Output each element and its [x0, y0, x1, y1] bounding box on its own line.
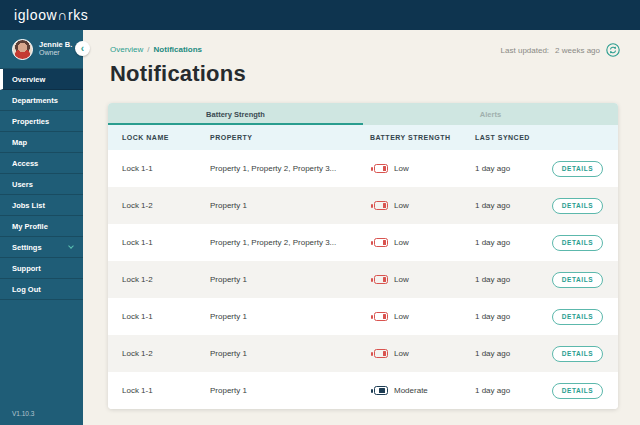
profile-section: Jennie B. Owner ‹ [0, 30, 83, 69]
last-synced: 1 day ago [475, 386, 552, 395]
sidebar-item-label: Access [12, 159, 38, 168]
table-row: Lock 1-1 Property 1, Property 2, Propert… [108, 150, 618, 187]
battery-low-icon [374, 349, 388, 358]
sidebar-item-access[interactable]: Access [0, 153, 83, 174]
sidebar-item-settings[interactable]: Settings [0, 237, 83, 258]
user-role: Owner [39, 49, 72, 58]
sidebar-item-my-profile[interactable]: My Profile [0, 216, 83, 237]
table-row: Lock 1-1 Property 1 Moderate 1 day ago D… [108, 372, 618, 409]
topbar: igloow∩rks [0, 0, 640, 30]
battery-cell: Low [370, 312, 475, 321]
last-synced: 1 day ago [475, 164, 552, 173]
lock-name: Lock 1-1 [122, 312, 210, 321]
sidebar-item-log-out[interactable]: Log Out [0, 279, 83, 300]
sidebar-item-label: Support [12, 264, 41, 273]
breadcrumb-current: Notifications [154, 45, 202, 54]
sidebar-item-label: My Profile [12, 222, 48, 231]
avatar [12, 39, 33, 60]
details-button[interactable]: DETAILS [552, 272, 603, 288]
battery-label: Low [394, 312, 409, 321]
user-name: Jennie B. [39, 40, 72, 49]
table-header: LOCK NAME PROPERTY BATTERY STRENGTH LAST… [108, 125, 618, 150]
lock-name: Lock 1-2 [122, 201, 210, 210]
last-synced: 1 day ago [475, 312, 552, 321]
battery-label: Low [394, 164, 409, 173]
sidebar-item-overview[interactable]: Overview [0, 69, 83, 90]
battery-cell: Low [370, 238, 475, 247]
profile-info: Jennie B. Owner [39, 40, 72, 58]
tab-bar: Battery Strength Alerts [108, 103, 618, 125]
battery-cell: Low [370, 349, 475, 358]
lock-name: Lock 1-1 [122, 164, 210, 173]
lock-name: Lock 1-2 [122, 349, 210, 358]
property: Property 1 [210, 349, 370, 358]
details-button[interactable]: DETAILS [552, 235, 603, 251]
last-updated: Last updated: 2 weeks ago [501, 43, 620, 57]
lock-name: Lock 1-2 [122, 275, 210, 284]
details-button[interactable]: DETAILS [552, 198, 603, 214]
notifications-card: Battery Strength Alerts LOCK NAME PROPER… [108, 103, 618, 409]
property: Property 1 [210, 312, 370, 321]
battery-label: Low [394, 275, 409, 284]
sidebar: Jennie B. Owner ‹ Overview Departments P… [0, 30, 83, 425]
details-button[interactable]: DETAILS [552, 383, 603, 399]
battery-low-icon [374, 275, 388, 284]
column-header-lock-name: LOCK NAME [122, 134, 210, 141]
sidebar-item-support[interactable]: Support [0, 258, 83, 279]
tab-label: Alerts [480, 110, 501, 119]
details-button[interactable]: DETAILS [552, 309, 603, 325]
lock-name: Lock 1-1 [122, 386, 210, 395]
chevron-down-icon [68, 243, 74, 249]
battery-low-icon [374, 164, 388, 173]
lock-name: Lock 1-1 [122, 238, 210, 247]
sidebar-collapse-button[interactable]: ‹ [75, 41, 90, 56]
sidebar-item-label: Users [12, 180, 33, 189]
main-content: Overview / Notifications Last updated: 2… [83, 30, 640, 425]
app-screen: igloow∩rks Jennie B. Owner ‹ Overview De… [0, 0, 640, 425]
details-button[interactable]: DETAILS [552, 346, 603, 362]
brand-logo: igloow∩rks [14, 7, 88, 23]
details-button[interactable]: DETAILS [552, 161, 603, 177]
battery-low-icon [374, 201, 388, 210]
sidebar-item-jobs-list[interactable]: Jobs List [0, 195, 83, 216]
table-row: Lock 1-1 Property 1, Property 2, Propert… [108, 224, 618, 261]
sidebar-item-label: Map [12, 138, 27, 147]
sidebar-item-label: Settings [12, 243, 42, 252]
sidebar-item-properties[interactable]: Properties [0, 111, 83, 132]
last-synced: 1 day ago [475, 238, 552, 247]
last-updated-label: Last updated: [501, 46, 549, 55]
sidebar-item-departments[interactable]: Departments [0, 90, 83, 111]
battery-moderate-icon [374, 386, 388, 395]
column-header-property: PROPERTY [210, 134, 370, 141]
battery-label: Moderate [394, 386, 428, 395]
battery-low-icon [374, 238, 388, 247]
table-row: Lock 1-1 Property 1 Low 1 day ago DETAIL… [108, 298, 618, 335]
sidebar-item-label: Log Out [12, 285, 41, 294]
refresh-icon[interactable] [606, 43, 620, 57]
sidebar-item-label: Properties [12, 117, 49, 126]
battery-cell: Low [370, 275, 475, 284]
last-synced: 1 day ago [475, 349, 552, 358]
battery-label: Low [394, 201, 409, 210]
battery-cell: Moderate [370, 386, 475, 395]
battery-label: Low [394, 349, 409, 358]
column-header-last-synced: LAST SYNCED [475, 134, 552, 141]
last-updated-value: 2 weeks ago [555, 46, 600, 55]
sidebar-item-map[interactable]: Map [0, 132, 83, 153]
battery-low-icon [374, 312, 388, 321]
column-header-battery-strength: BATTERY STRENGTH [370, 134, 475, 141]
table-row: Lock 1-2 Property 1 Low 1 day ago DETAIL… [108, 261, 618, 298]
property: Property 1 [210, 386, 370, 395]
sidebar-item-users[interactable]: Users [0, 174, 83, 195]
tab-alerts[interactable]: Alerts [363, 103, 618, 125]
property: Property 1, Property 2, Property 3... [210, 164, 370, 173]
breadcrumb-overview-link[interactable]: Overview [110, 45, 143, 54]
sidebar-item-label: Overview [12, 75, 45, 84]
tab-label: Battery Strength [206, 110, 265, 119]
sidebar-item-label: Jobs List [12, 201, 45, 210]
property: Property 1 [210, 201, 370, 210]
last-synced: 1 day ago [475, 275, 552, 284]
last-synced: 1 day ago [475, 201, 552, 210]
tab-battery-strength[interactable]: Battery Strength [108, 103, 363, 125]
breadcrumb: Overview / Notifications [110, 45, 202, 54]
